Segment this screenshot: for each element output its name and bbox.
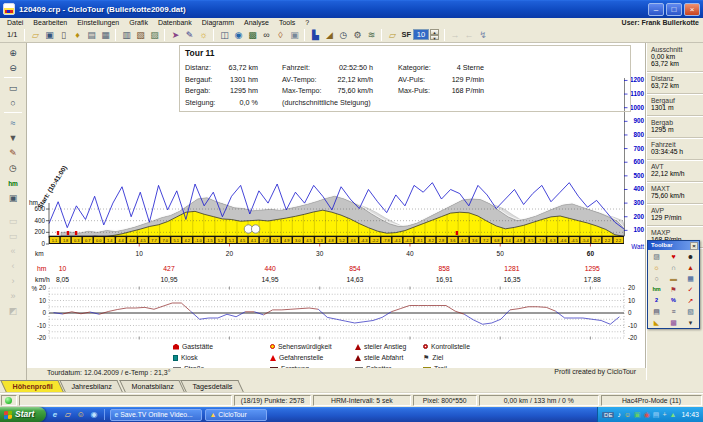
zoom-reset-icon[interactable]: ○ [5, 95, 21, 110]
idea-lamp-icon[interactable]: ☼ [196, 28, 210, 41]
web-globe-icon[interactable]: ◉ [231, 28, 245, 41]
menu-grafik[interactable]: Grafik [124, 19, 153, 26]
tray-volume-icon[interactable]: ♪ [617, 407, 621, 422]
close-button[interactable]: × [684, 3, 700, 16]
tray-antivirus-icon[interactable]: ◉ [644, 407, 650, 422]
palette-table-icon[interactable]: ▤ [648, 305, 665, 316]
settings-gear-icon[interactable]: ⚙ [350, 28, 364, 41]
palette-folder-icon[interactable]: ◣ [648, 316, 665, 327]
zoom-out-icon[interactable]: ⊖ [5, 60, 21, 75]
menu-tools[interactable]: Tools [274, 19, 300, 26]
palette-mountain-icon[interactable]: ▲ [682, 261, 699, 272]
chart-bar-icon[interactable]: ▙ [308, 28, 322, 41]
palette-ruler-icon[interactable]: ▬ [665, 272, 682, 283]
tray-messenger-tray-icon[interactable]: ☺ [624, 407, 631, 422]
copy-tour-icon[interactable]: ▧ [133, 28, 147, 41]
palette-pattern-icon[interactable]: ▩ [665, 316, 682, 327]
undo-icon[interactable]: ← [462, 28, 476, 41]
palette-chart-icon[interactable]: ▧ [682, 305, 699, 316]
prev-tour-icon[interactable]: ‹ [5, 258, 21, 273]
refresh-icon[interactable]: ↯ [476, 28, 490, 41]
tour-vehicle-icon[interactable]: ∞ [259, 28, 273, 41]
save-file-icon[interactable]: ▣ [42, 28, 56, 41]
tray-network-icon[interactable]: ▤ [653, 407, 660, 422]
redo-icon[interactable]: → [448, 28, 462, 41]
hm-scale-icon[interactable]: hm [5, 175, 21, 190]
palette-circle-icon[interactable]: ○ [648, 272, 665, 283]
palette-title-bar[interactable]: Toolbar × [648, 241, 699, 250]
menu-analyse[interactable]: Analyse [239, 19, 274, 26]
tab-jahresbilanz[interactable]: Jahresbilanz [60, 380, 124, 392]
time-scale-icon[interactable]: ◷ [5, 160, 21, 175]
palette-hm-icon[interactable]: hm [648, 283, 665, 294]
table-view-icon[interactable]: ▥ [119, 28, 133, 41]
menu-diagramm[interactable]: Diagramm [197, 19, 239, 26]
ql-media-icon[interactable]: ◉ [88, 409, 99, 420]
tab-höhenprofil[interactable]: Höhenprofil [0, 380, 64, 392]
sf-down-icon[interactable]: ▼ [430, 35, 439, 41]
palette-grid-icon[interactable]: ▦ [682, 272, 699, 283]
print-preview-icon[interactable]: ▤ [84, 28, 98, 41]
task-ciclotour-button[interactable]: ▲CicloTour [205, 409, 267, 421]
clipboard-icon[interactable]: ▨ [147, 28, 161, 41]
palette-two-icon[interactable]: 2 [648, 294, 665, 305]
tray-ciclo-tray-icon[interactable]: ▲ [670, 407, 677, 422]
sf-value-input[interactable]: 10 [413, 29, 429, 40]
palette-list-icon[interactable]: ≡ [665, 305, 682, 316]
eraser-icon[interactable]: ◊ [273, 28, 287, 41]
last-tour-icon[interactable]: » [5, 288, 21, 303]
minimize-button[interactable]: – [648, 3, 664, 16]
frame-2-icon[interactable]: ▭ [5, 228, 21, 243]
print-icon[interactable]: ▦ [98, 28, 112, 41]
frame-1-icon[interactable]: ▭ [5, 213, 21, 228]
profile-export-icon[interactable]: ▼ [5, 130, 21, 145]
open-file-icon[interactable]: ▱ [28, 28, 42, 41]
menu-bearbeiten[interactable]: Bearbeiten [28, 19, 72, 26]
chart-area-icon[interactable]: ◢ [322, 28, 336, 41]
calendar-icon[interactable]: ◫ [217, 28, 231, 41]
tab-monatsbilanz[interactable]: Monatsbilanz [119, 380, 185, 392]
profile-view-icon[interactable]: ≈ [5, 115, 21, 130]
key-icon[interactable]: ♦ [70, 28, 84, 41]
task-savetv-button[interactable]: eSave.TV Online Video... [110, 409, 202, 421]
palette-percent-icon[interactable]: % [665, 294, 682, 305]
ql-messenger-icon[interactable]: ☺ [75, 409, 86, 420]
tray-update-icon[interactable]: ▣ [634, 407, 641, 422]
language-indicator[interactable]: DE [602, 412, 614, 418]
ql-folder-icon[interactable]: ▱ [62, 409, 73, 420]
palette-flag-icon[interactable]: ⚑ [665, 283, 682, 294]
profile-paint-icon[interactable]: ✎ [5, 145, 21, 160]
save-as-icon[interactable]: ▣ [287, 28, 301, 41]
restore-button[interactable]: □ [666, 3, 682, 16]
palette-image-icon[interactable]: ▨ [648, 250, 665, 261]
menu-datei[interactable]: Datei [2, 19, 28, 26]
document-icon[interactable]: ▯ [56, 28, 70, 41]
palette-helmet-icon[interactable]: ∩ [665, 261, 682, 272]
next-tour-icon[interactable]: › [5, 273, 21, 288]
edit-pen-icon[interactable]: ✎ [182, 28, 196, 41]
palette-sun-icon[interactable]: ☼ [648, 261, 665, 272]
tray-tool-tray-icon[interactable]: + [662, 407, 666, 422]
first-tour-icon[interactable]: « [5, 243, 21, 258]
track-road-icon[interactable]: ≋ [364, 28, 378, 41]
tab-tagesdetails[interactable]: Tagesdetails [180, 380, 244, 392]
time-analysis-icon[interactable]: ◷ [336, 28, 350, 41]
copy-profile-icon[interactable]: ▣ [5, 190, 21, 205]
palette-check-icon[interactable]: ✓ [682, 283, 699, 294]
edit-box-icon[interactable]: ▩ [245, 28, 259, 41]
folder-tours-icon[interactable]: ▱ [385, 28, 399, 41]
ql-ie-icon[interactable]: e [49, 409, 60, 420]
palette-close-icon[interactable]: × [690, 242, 698, 250]
start-button[interactable]: Start [0, 407, 46, 422]
menu-?[interactable]: ? [300, 19, 314, 26]
zoom-window-icon[interactable]: ▭ [5, 80, 21, 95]
hand-tool-icon[interactable]: ➤ [168, 28, 182, 41]
palette-dropdown-icon[interactable]: ▾ [682, 316, 699, 327]
menu-einstellungen[interactable]: Einstellungen [72, 19, 124, 26]
menu-datenbank[interactable]: Datenbank [153, 19, 197, 26]
palette-heart-icon[interactable]: ♥ [665, 250, 682, 261]
select-tour-icon[interactable]: ◩ [5, 303, 21, 318]
palette-arrow-up-right-icon[interactable]: ↗ [682, 294, 699, 305]
zoom-in-icon[interactable]: ⊕ [5, 45, 21, 60]
palette-skull-icon[interactable]: ☻ [682, 250, 699, 261]
